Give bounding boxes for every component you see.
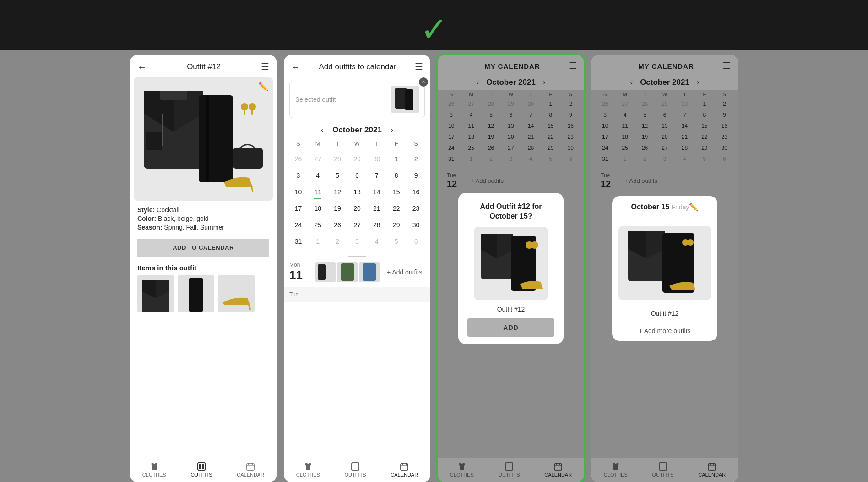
cal-day[interactable]: 26: [330, 218, 345, 232]
edit-icon-4[interactable]: ✏️: [689, 203, 698, 211]
cal-day[interactable]: 30: [409, 218, 423, 232]
back-button-2[interactable]: ←: [291, 62, 300, 72]
svg-rect-7: [244, 109, 245, 115]
cal-day[interactable]: 16: [409, 185, 423, 199]
nav-clothes-2[interactable]: CLOTHES: [296, 462, 320, 477]
cal-day[interactable]: 2: [409, 152, 423, 166]
cal-week-6: 31 1 2 3 4 5 6: [288, 234, 426, 249]
cal-day[interactable]: 27: [350, 218, 364, 232]
cal-day[interactable]: 6: [350, 168, 364, 183]
outfit-image-area: ✏️: [134, 77, 273, 201]
cal-day[interactable]: 8: [389, 168, 404, 183]
cal-day[interactable]: 3: [350, 234, 364, 249]
cal-day[interactable]: 22: [389, 201, 404, 216]
nav-outfits[interactable]: OUTFITS: [191, 462, 212, 477]
cal-day[interactable]: 7: [369, 168, 384, 183]
selected-outfit-bar: Selected outfit ×: [289, 81, 425, 118]
cal-day[interactable]: 18: [310, 201, 325, 216]
calendar-month-title: October 2021: [332, 126, 382, 135]
top-bar: ✓: [0, 0, 868, 50]
nav-outfits-2[interactable]: OUTFITS: [345, 462, 366, 477]
cal-day[interactable]: 12: [330, 185, 345, 199]
cal-day[interactable]: 2: [330, 234, 345, 249]
nav-clothes[interactable]: CLOTHES: [142, 462, 166, 477]
svg-line-16: [249, 304, 250, 310]
svg-rect-18: [199, 464, 201, 469]
svg-rect-25: [395, 88, 407, 109]
cal-day[interactable]: 19: [330, 201, 345, 216]
cal-day[interactable]: 13: [350, 185, 364, 199]
item-thumb-dress: [178, 275, 214, 312]
nav-calendar[interactable]: CALENDAR: [237, 462, 264, 477]
cal-day[interactable]: 4: [310, 168, 325, 183]
cal-day[interactable]: 15: [389, 185, 404, 199]
close-icon[interactable]: ×: [419, 77, 428, 87]
svg-rect-34: [401, 464, 408, 470]
cal-week-5: 24 25 26 27 28 29 30: [288, 218, 426, 232]
modal-add-button[interactable]: ADD: [467, 318, 554, 337]
cal-day[interactable]: 28: [369, 218, 384, 232]
svg-rect-20: [247, 464, 254, 470]
svg-rect-32: [363, 263, 376, 281]
cal-day[interactable]: 9: [409, 168, 423, 183]
menu-button-2[interactable]: ☰: [415, 61, 423, 72]
screen1-header: ← Outfit #12 ☰: [130, 55, 277, 77]
screen1-bottom-nav: CLOTHES OUTFITS CALENDAR: [130, 458, 277, 482]
modal-outfit-image: [474, 227, 548, 300]
cal-day[interactable]: 24: [291, 218, 305, 232]
add-more-outfits-btn[interactable]: + Add more outfits: [639, 327, 690, 334]
screens-container: ← Outfit #12 ☰: [0, 50, 868, 482]
cal-day[interactable]: 28: [330, 152, 345, 166]
calendar-grid: S M T W T F S 26 27 28 29 30 1 2 3 4: [284, 138, 430, 251]
cal-day[interactable]: 14: [369, 185, 384, 199]
prev-month-button[interactable]: ‹: [321, 126, 323, 134]
s4-outfit-image: [618, 226, 711, 300]
cal-day[interactable]: 4: [369, 234, 384, 249]
outfit-info: Style: Cocktail Color: Black, beige, gol…: [130, 201, 277, 235]
cal-day[interactable]: 10: [291, 185, 305, 199]
back-button[interactable]: ←: [137, 62, 146, 72]
next-month-button[interactable]: ›: [391, 126, 393, 134]
item-thumb-jacket: [137, 275, 174, 312]
cal-day[interactable]: 31: [291, 234, 305, 249]
cal-day[interactable]: 30: [369, 152, 384, 166]
outfit-illustration: [134, 77, 273, 201]
bottom-date-strip: Mon 11: [284, 251, 430, 287]
outfit-thumbs: [315, 262, 380, 282]
cal-day[interactable]: 21: [369, 201, 384, 216]
cal-day[interactable]: 23: [409, 201, 423, 216]
cal-day[interactable]: 1: [389, 152, 404, 166]
cal-day[interactable]: 29: [350, 152, 364, 166]
cal-day[interactable]: 27: [310, 152, 325, 166]
cal-day[interactable]: 1: [310, 234, 325, 249]
cal-day[interactable]: 5: [330, 168, 345, 183]
svg-rect-14: [189, 278, 203, 312]
items-section: Items in this outfit: [130, 260, 277, 314]
cal-day[interactable]: 25: [310, 218, 325, 232]
edit-icon[interactable]: ✏️: [258, 82, 268, 92]
menu-button[interactable]: ☰: [261, 61, 269, 72]
item-thumb-heels: [218, 275, 255, 312]
season-line: Season: Spring, Fall, Summer: [137, 224, 269, 231]
cal-day[interactable]: 3: [291, 168, 305, 183]
cal-day[interactable]: 29: [389, 218, 404, 232]
cal-day-today[interactable]: 11: [310, 185, 325, 199]
svg-rect-26: [405, 89, 413, 110]
cal-day[interactable]: 20: [350, 201, 364, 216]
outfit-title: Outfit #12: [187, 62, 221, 71]
add-to-calendar-button[interactable]: ADD TO CALENDAR: [137, 239, 269, 257]
svg-point-42: [531, 241, 538, 249]
cal-day[interactable]: 17: [291, 201, 305, 216]
cal-day[interactable]: 26: [291, 152, 305, 166]
date-entry-mon11: Mon 11: [289, 262, 425, 282]
selected-outfit-label: Selected outfit: [295, 96, 336, 103]
cal-day[interactable]: 6: [409, 234, 423, 249]
screen2-header: ← Add outfits to calendar ☰: [284, 55, 430, 77]
cal-day[interactable]: 5: [389, 234, 404, 249]
tue-strip: Tue: [284, 287, 430, 302]
tue-label: Tue: [289, 290, 425, 300]
modal-overlay-4: October 15 Friday ✏️: [591, 55, 738, 482]
selected-outfit-thumbnail: [391, 86, 419, 113]
nav-calendar-2[interactable]: CALENDAR: [391, 462, 418, 477]
add-outfits-text[interactable]: + Add outfits: [387, 268, 422, 276]
